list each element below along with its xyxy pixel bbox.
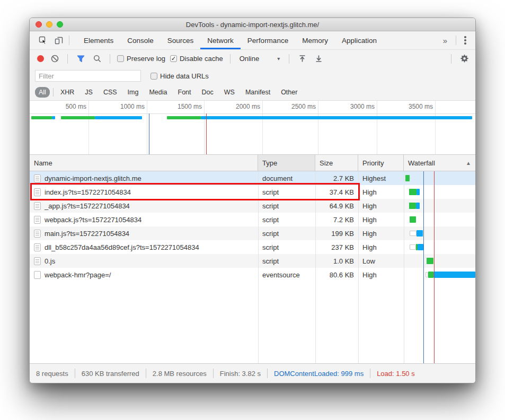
filter-funnel-icon[interactable] (75, 53, 86, 65)
overview-ttfb-bar (167, 116, 201, 119)
more-tabs-button[interactable]: » (437, 36, 454, 45)
table-row[interactable]: _app.js?ts=1572271054834script64.9 KBHig… (30, 199, 475, 213)
disable-cache-checkbox[interactable]: ✓ Disable cache (170, 55, 223, 63)
file-document-icon (34, 243, 41, 251)
column-label: Name (34, 159, 52, 167)
timeline-overview[interactable]: 500 ms1000 ms1500 ms2000 ms2500 ms3000 m… (30, 100, 475, 155)
filter-chip-other[interactable]: Other (277, 87, 301, 98)
column-header-type[interactable]: Type (258, 155, 315, 171)
overview-download-bar (201, 116, 472, 119)
timeline-tick-label: 1000 ms (102, 103, 145, 110)
checkbox-unchecked[interactable] (117, 55, 124, 62)
gear-icon[interactable] (458, 53, 470, 65)
export-har-icon[interactable] (296, 53, 308, 65)
window-titlebar[interactable]: DevTools - dynamic-import-nextjs.glitch.… (30, 18, 475, 31)
filter-chip-font[interactable]: Font (174, 87, 195, 98)
import-har-icon[interactable] (313, 53, 324, 65)
tab-sources[interactable]: Sources (161, 31, 201, 49)
table-row[interactable]: 0.jsscript1.0 KBLow (30, 254, 475, 268)
divider (267, 369, 268, 378)
tab-performance[interactable]: Performance (241, 31, 295, 49)
filter-chip-img[interactable]: Img (124, 87, 143, 98)
cell-priority: Highest (358, 171, 404, 185)
column-header-waterfall[interactable]: Waterfall▲ (404, 155, 475, 171)
cell-size: 80.6 KB (315, 268, 358, 282)
file-document-icon (34, 216, 41, 224)
minimize-window-button[interactable] (46, 21, 52, 28)
inspect-cursor-icon[interactable] (35, 31, 51, 49)
tab-memory[interactable]: Memory (295, 31, 335, 49)
status-item[interactable]: DOMContentLoaded: 999 ms (274, 370, 364, 378)
filter-chip-media[interactable]: Media (145, 87, 171, 98)
column-label: Waterfall (408, 159, 435, 167)
kebab-menu-icon[interactable] (458, 36, 472, 45)
waterfall-download-bar (433, 272, 475, 278)
filter-chip-doc[interactable]: Doc (198, 87, 217, 98)
network-toolbar: Preserve log ✓ Disable cache Online ▾ (30, 49, 475, 67)
tab-network[interactable]: Network (200, 31, 241, 49)
timeline-tick-label: 1500 ms (160, 103, 202, 110)
status-item[interactable]: Load: 1.50 s (377, 370, 415, 378)
column-header-name[interactable]: Name (30, 155, 258, 171)
tab-console[interactable]: Console (120, 31, 161, 49)
divider (456, 36, 456, 45)
divider (451, 54, 451, 64)
cell-type: script (258, 185, 315, 199)
search-icon[interactable] (91, 53, 103, 65)
filter-input[interactable] (35, 70, 141, 82)
checkbox-unchecked[interactable] (150, 73, 157, 80)
chevron-down-icon: ▾ (277, 56, 280, 62)
cell-type: script (258, 226, 315, 240)
page-background: DevTools - dynamic-import-nextjs.glitch.… (0, 0, 505, 420)
tab-elements[interactable]: Elements (77, 31, 120, 49)
file-document-icon (34, 188, 41, 196)
filter-chip-manifest[interactable]: Manifest (242, 87, 274, 98)
throttling-dropdown[interactable]: Online ▾ (237, 55, 282, 63)
waterfall-ttfb-bar (405, 175, 410, 181)
traffic-lights (36, 18, 63, 31)
zoom-window-button[interactable] (57, 21, 63, 28)
column-header-size[interactable]: Size (315, 155, 358, 171)
cell-priority: High (358, 240, 404, 254)
request-name: webpack.js?ts=1572271054834 (45, 216, 141, 224)
filter-chip-css[interactable]: CSS (100, 87, 121, 98)
timeline-gridline (204, 101, 205, 154)
filter-chip-xhr[interactable]: XHR (57, 87, 78, 98)
timeline-gridline (262, 101, 263, 154)
file-document-icon (34, 174, 41, 182)
cell-name: dynamic-import-nextjs.glitch.me (30, 171, 258, 185)
hide-data-urls-checkbox[interactable]: Hide data URLs (150, 72, 209, 80)
device-toolbar-icon[interactable] (51, 31, 67, 49)
record-icon[interactable] (37, 55, 44, 62)
column-separator (258, 171, 259, 363)
preserve-log-checkbox[interactable]: Preserve log (117, 55, 165, 63)
filter-chip-all[interactable]: All (35, 87, 50, 98)
timeline-gridline (88, 101, 89, 154)
status-item: 630 KB transferred (82, 370, 139, 378)
table-row[interactable]: index.js?ts=1572271054834script37.4 KBHi… (30, 185, 475, 199)
tab-application[interactable]: Application (335, 31, 384, 49)
column-header-priority[interactable]: Priority (358, 155, 404, 171)
cell-size: 1.0 KB (315, 254, 358, 268)
filter-chip-ws[interactable]: WS (220, 87, 238, 98)
column-separator (315, 171, 316, 363)
table-row[interactable]: main.js?ts=1572271054834script199 KBHigh (30, 226, 475, 240)
devtools-tabbar: ElementsConsoleSourcesNetworkPerformance… (30, 31, 475, 49)
checkbox-checked[interactable]: ✓ (170, 55, 177, 62)
table-row[interactable]: webpack.js?ts=1572271054834script7.2 KBH… (30, 213, 475, 226)
table-row[interactable]: dynamic-import-nextjs.glitch.medocument2… (30, 171, 475, 185)
waterfall-download-bar (417, 189, 420, 195)
cell-name: webpack.js?ts=1572271054834 (30, 213, 258, 226)
request-name: _app.js?ts=1572271054834 (45, 202, 130, 210)
waterfall-ttfb-bar (409, 189, 417, 195)
table-row[interactable]: dll_b58c257da4aa56d89cef.js?ts=157227105… (30, 240, 475, 254)
close-window-button[interactable] (36, 21, 42, 28)
waterfall-ttfb-bar (410, 216, 416, 223)
divider (146, 369, 146, 378)
table-row[interactable]: webpack-hmr?page=/eventsource80.6 KBHigh (30, 268, 475, 282)
filter-chip-js[interactable]: JS (81, 87, 96, 98)
hide-data-urls-label: Hide data URLs (160, 72, 209, 80)
clear-icon[interactable] (49, 53, 60, 65)
request-name: index.js?ts=1572271054834 (45, 188, 131, 196)
cell-size: 7.2 KB (315, 213, 358, 226)
